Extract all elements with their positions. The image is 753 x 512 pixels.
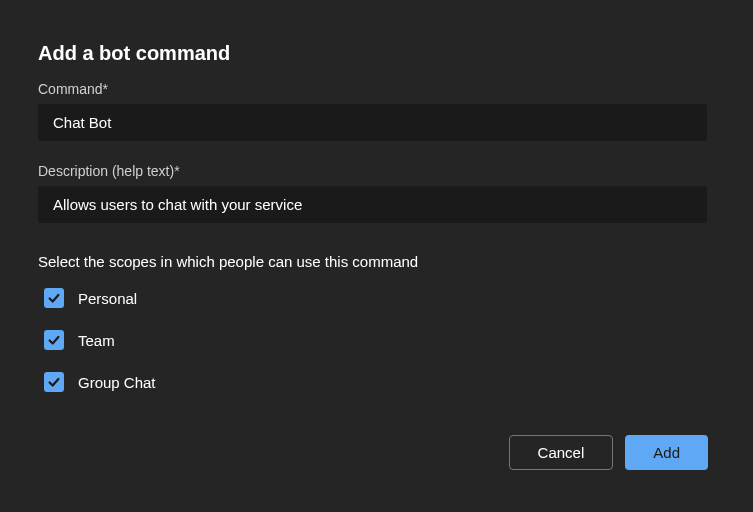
description-input[interactable]	[38, 186, 707, 223]
dialog-footer: Cancel Add	[509, 435, 708, 470]
command-label: Command*	[38, 81, 711, 97]
scopes-label: Select the scopes in which people can us…	[38, 253, 711, 270]
page-title: Add a bot command	[38, 42, 711, 65]
check-icon	[47, 291, 61, 305]
cancel-button[interactable]: Cancel	[509, 435, 614, 470]
check-icon	[47, 333, 61, 347]
scope-row-groupchat: Group Chat	[44, 372, 711, 392]
description-label-text: Description (help text)	[38, 163, 174, 179]
required-indicator: *	[103, 81, 108, 97]
scope-label-personal: Personal	[78, 290, 137, 307]
checkbox-personal[interactable]	[44, 288, 64, 308]
scope-row-team: Team	[44, 330, 711, 350]
check-icon	[47, 375, 61, 389]
description-label: Description (help text)*	[38, 163, 711, 179]
scope-row-personal: Personal	[44, 288, 711, 308]
scope-label-groupchat: Group Chat	[78, 374, 156, 391]
checkbox-team[interactable]	[44, 330, 64, 350]
add-button[interactable]: Add	[625, 435, 708, 470]
scope-label-team: Team	[78, 332, 115, 349]
checkbox-groupchat[interactable]	[44, 372, 64, 392]
required-indicator: *	[174, 163, 179, 179]
command-label-text: Command	[38, 81, 103, 97]
command-input[interactable]	[38, 104, 707, 141]
